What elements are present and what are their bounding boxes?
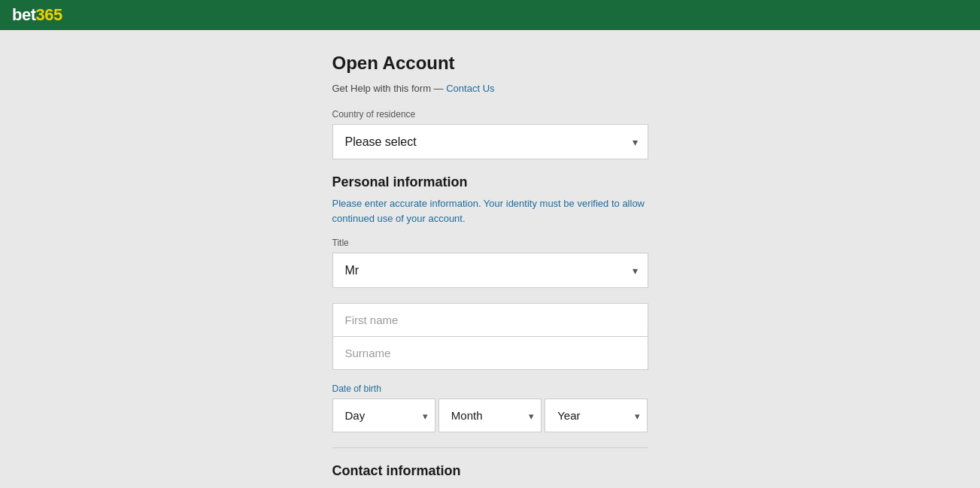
dob-group: Day ▾ Month ▾ Year ▾ [332,399,648,432]
title-select[interactable]: Mr Mrs Ms Dr [332,253,648,288]
main-content: Open Account Get Help with this form — C… [152,30,829,488]
year-select-wrapper: Year ▾ [545,399,648,432]
surname-input[interactable] [332,337,648,370]
title-label: Title [332,238,648,248]
logo-365: 365 [36,5,62,24]
logo-bet: bet [12,5,36,24]
help-text-static: Get Help with this form — [332,83,444,94]
day-select[interactable]: Day [332,399,435,432]
country-select-wrapper: Please select ▾ [332,124,648,159]
personal-info-text: Please enter accurate information. Your … [332,196,648,226]
month-select[interactable]: Month [438,399,542,432]
header: bet365 [0,0,980,30]
help-text: Get Help with this form — Contact Us [332,83,648,94]
month-select-wrapper: Month ▾ [438,399,542,432]
name-group [332,303,648,371]
section-divider [332,447,648,448]
contact-info-title: Contact information [332,463,648,479]
country-label: Country of residence [332,109,648,120]
personal-info-title: Personal information [332,174,648,190]
country-select[interactable]: Please select [332,124,648,159]
page-title: Open Account [332,53,648,74]
day-select-wrapper: Day ▾ [332,399,435,432]
logo: bet365 [12,5,62,25]
personal-section: Personal information Please enter accura… [332,174,648,432]
first-name-input[interactable] [332,303,648,337]
form-container: Open Account Get Help with this form — C… [332,53,648,488]
year-select[interactable]: Year [545,399,648,432]
title-select-wrapper: Mr Mrs Ms Dr ▾ [332,253,648,288]
contact-us-link[interactable]: Contact Us [446,83,494,94]
dob-label: Date of birth [332,383,648,394]
